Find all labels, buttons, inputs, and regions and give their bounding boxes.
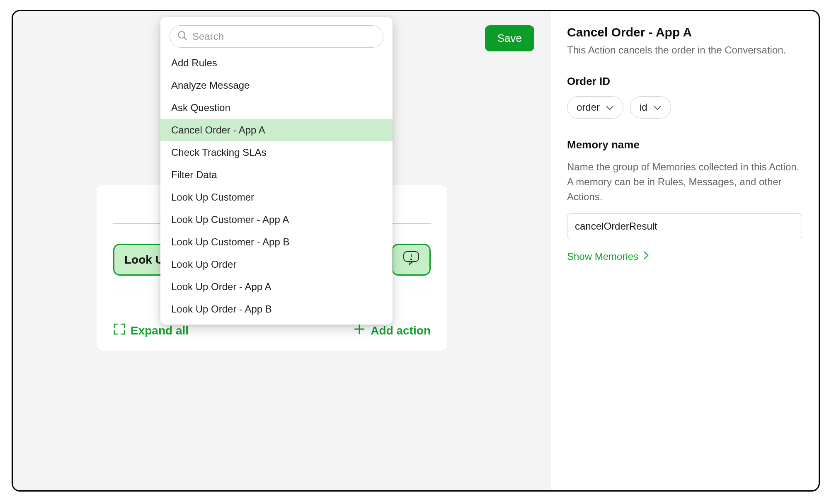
details-description: This Action cancels the order in the Con…	[567, 44, 802, 56]
chevron-down-icon	[606, 102, 614, 113]
details-pane: Cancel Order - App A This Action cancels…	[551, 11, 819, 490]
search-icon	[177, 30, 188, 43]
order-id-pills: order id	[567, 96, 802, 119]
app-window: Save Look Up	[12, 10, 820, 492]
dropdown-item[interactable]: Ask Question	[160, 97, 393, 119]
dropdown-item[interactable]: Look Up Customer - App A	[160, 208, 393, 231]
show-memories-button[interactable]: Show Memories	[567, 251, 649, 262]
add-action-label: Add action	[371, 324, 431, 337]
plus-icon	[353, 323, 366, 338]
action-dropdown: Add Rules Analyze Message Ask Question C…	[160, 17, 393, 325]
dropdown-list: Add Rules Analyze Message Ask Question C…	[160, 52, 393, 320]
dropdown-item[interactable]: Look Up Order - App A	[160, 276, 393, 298]
id-pill-label: id	[640, 102, 647, 113]
memory-help-text: Name the group of Memories collected in …	[567, 160, 802, 204]
expand-all-label: Expand all	[131, 324, 189, 337]
dropdown-item[interactable]: Look Up Customer	[160, 186, 393, 208]
left-pane: Save Look Up	[13, 11, 551, 490]
id-pill[interactable]: id	[630, 96, 671, 119]
svg-point-2	[411, 259, 412, 260]
message-icon	[403, 251, 419, 269]
dropdown-item[interactable]: Add Rules	[160, 52, 393, 74]
chevron-right-icon	[643, 251, 649, 262]
svg-point-5	[178, 32, 185, 38]
expand-all-button[interactable]: Expand all	[113, 323, 189, 338]
dropdown-item[interactable]: Check Tracking SLAs	[160, 141, 393, 164]
show-memories-label: Show Memories	[567, 251, 638, 262]
dropdown-item[interactable]: Cancel Order - App A	[160, 119, 393, 141]
memory-name-label: Memory name	[567, 138, 802, 151]
order-pill[interactable]: order	[567, 96, 623, 119]
search-input[interactable]	[170, 25, 383, 48]
message-chip[interactable]	[392, 244, 431, 276]
chevron-down-icon	[653, 102, 662, 113]
dropdown-item[interactable]: Look Up Order - App B	[160, 298, 393, 320]
expand-icon	[113, 323, 126, 338]
dropdown-item[interactable]: Look Up Order	[160, 253, 393, 276]
order-pill-label: order	[577, 102, 600, 113]
details-title: Cancel Order - App A	[567, 25, 802, 39]
order-id-label: Order ID	[567, 75, 802, 88]
save-button[interactable]: Save	[485, 25, 534, 51]
dropdown-item[interactable]: Filter Data	[160, 164, 393, 186]
add-action-button[interactable]: Add action	[353, 323, 431, 338]
dropdown-item[interactable]: Look Up Customer - App B	[160, 231, 393, 253]
svg-line-6	[184, 37, 187, 40]
dropdown-item[interactable]: Analyze Message	[160, 74, 393, 97]
memory-name-input[interactable]	[567, 213, 802, 239]
